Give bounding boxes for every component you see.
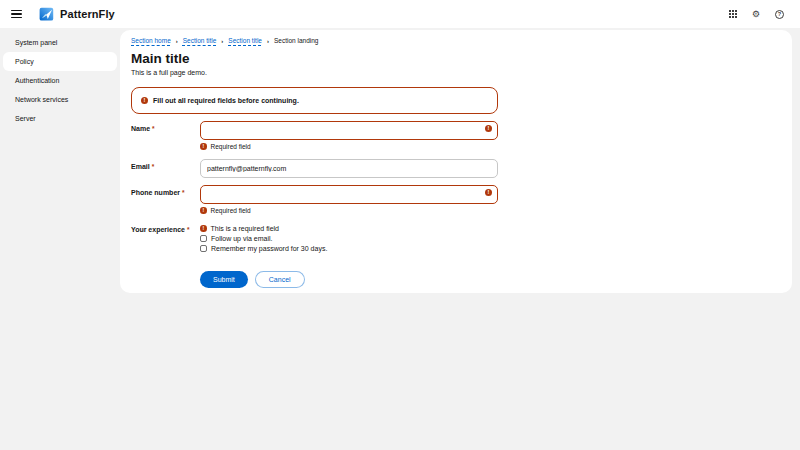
follow-up-checkbox[interactable] <box>200 235 207 242</box>
experience-label: Your experience* <box>131 220 200 233</box>
name-input[interactable] <box>200 121 498 140</box>
exclamation-circle-icon: ! <box>200 143 207 150</box>
help-button[interactable]: ? <box>773 8 786 21</box>
phone-input[interactable] <box>200 185 498 204</box>
form-row-phone: Phone number* ! ! Required field <box>131 183 781 214</box>
breadcrumb: Section home › Section title › Section t… <box>131 37 781 44</box>
phone-helper-text: Required field <box>211 207 251 214</box>
sidebar-item-server[interactable]: Server <box>3 109 117 128</box>
sidebar-item-network-services[interactable]: Network services <box>3 90 117 109</box>
required-asterisk: * <box>187 226 190 233</box>
sidebar-item-label: Server <box>15 115 36 122</box>
form-row-name: Name* ! ! Required field <box>131 119 781 150</box>
checkbox-row-remember-password: Remember my password for 30 days. <box>200 245 498 252</box>
page-title: Main title <box>131 51 781 66</box>
breadcrumb-link-section-title-2[interactable]: Section title <box>228 37 262 44</box>
masthead-actions: ⚙ ? <box>727 8 786 21</box>
name-helper-text: Required field <box>211 143 251 150</box>
app-launcher-button[interactable] <box>727 8 739 20</box>
phone-label-text: Phone number <box>131 189 180 196</box>
main-content-card: Section home › Section title › Section t… <box>120 30 792 293</box>
experience-error-text: This is a required field <box>211 225 279 232</box>
brand[interactable]: PatternFly <box>39 7 115 21</box>
gear-icon: ⚙ <box>752 10 760 19</box>
email-label-text: Email <box>131 163 150 170</box>
phone-label: Phone number* <box>131 183 200 196</box>
submit-button[interactable]: Submit <box>200 271 248 288</box>
sidebar-item-system-panel[interactable]: System panel <box>3 33 117 52</box>
breadcrumb-link-section-home[interactable]: Section home <box>131 37 171 44</box>
sidebar-item-label: System panel <box>15 39 57 46</box>
masthead: PatternFly ⚙ ? <box>0 0 800 28</box>
breadcrumb-current: Section landing <box>274 37 318 44</box>
sidebar-item-label: Network services <box>15 96 68 103</box>
chevron-right-icon: › <box>221 38 223 44</box>
page-subtitle: This is a full page demo. <box>131 69 781 76</box>
name-helper: ! Required field <box>200 143 498 150</box>
exclamation-circle-icon: ! <box>485 189 492 196</box>
hamburger-icon <box>11 10 22 19</box>
phone-helper: ! Required field <box>200 207 498 214</box>
required-asterisk: * <box>152 163 155 170</box>
patternfly-logo-icon <box>39 7 55 21</box>
alert-message: Fill out all required fields before cont… <box>153 97 299 104</box>
danger-alert: ! Fill out all required fields before co… <box>131 87 498 114</box>
remember-password-checkbox-label: Remember my password for 30 days. <box>211 245 327 252</box>
app-root: PatternFly ⚙ ? System panel <box>0 0 800 450</box>
name-label-text: Name <box>131 125 150 132</box>
form-row-experience: Your experience* ! This is a required fi… <box>131 220 781 252</box>
email-input[interactable] <box>200 159 498 178</box>
exclamation-circle-icon: ! <box>200 207 207 214</box>
chevron-right-icon: › <box>267 38 269 44</box>
exclamation-circle-icon: ! <box>141 97 148 104</box>
sidebar-item-label: Authentication <box>15 77 59 84</box>
follow-up-checkbox-label: Follow up via email. <box>211 235 272 242</box>
demo-form: Name* ! ! Required field Email* <box>131 119 781 288</box>
sidebar-item-policy[interactable]: Policy <box>3 52 117 71</box>
question-circle-icon: ? <box>775 10 784 19</box>
required-asterisk: * <box>152 125 155 132</box>
checkbox-row-follow-up: Follow up via email. <box>200 235 498 242</box>
chevron-right-icon: › <box>176 38 178 44</box>
sidebar-item-authentication[interactable]: Authentication <box>3 71 117 90</box>
nav-toggle-button[interactable] <box>9 8 24 21</box>
settings-button[interactable]: ⚙ <box>750 8 762 21</box>
grid-icon <box>729 10 737 18</box>
sidebar-nav: System panel Policy Authentication Netwo… <box>0 28 120 128</box>
name-label: Name* <box>131 119 200 132</box>
sidebar-item-label: Policy <box>15 58 34 65</box>
exclamation-circle-icon: ! <box>485 125 492 132</box>
form-row-email: Email* <box>131 157 781 178</box>
exclamation-circle-icon: ! <box>200 225 207 232</box>
form-actions: Submit Cancel <box>200 271 781 288</box>
remember-password-checkbox[interactable] <box>200 245 207 252</box>
experience-label-text: Your experience <box>131 226 185 233</box>
brand-name: PatternFly <box>60 8 115 20</box>
experience-options: ! This is a required field Follow up via… <box>200 220 498 252</box>
required-asterisk: * <box>182 189 185 196</box>
experience-error: ! This is a required field <box>200 225 498 232</box>
cancel-button[interactable]: Cancel <box>255 271 305 288</box>
email-label: Email* <box>131 157 200 170</box>
breadcrumb-link-section-title-1[interactable]: Section title <box>183 37 217 44</box>
